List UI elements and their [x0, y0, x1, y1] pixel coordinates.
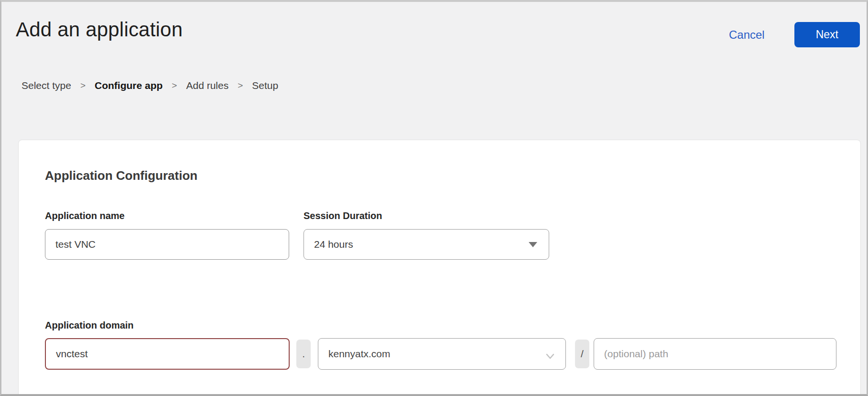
application-configuration-card: Application Configuration Application na… [18, 140, 861, 396]
application-name-field: Application name [45, 210, 289, 260]
step-separator: > [80, 80, 86, 91]
session-duration-select[interactable]: 24 hours [304, 229, 549, 260]
domain-select-value: kennyatx.com [328, 348, 391, 360]
session-duration-field: Session Duration 24 hours [304, 210, 549, 260]
application-domain-label: Application domain [45, 320, 836, 331]
step-add-rules[interactable]: Add rules [186, 80, 228, 91]
session-duration-label: Session Duration [304, 210, 549, 221]
domain-select[interactable]: kennyatx.com [318, 338, 566, 370]
step-select-type[interactable]: Select type [22, 80, 71, 91]
next-button[interactable]: Next [794, 22, 860, 47]
path-input[interactable] [594, 338, 836, 370]
name-session-row: Application name Session Duration 24 hou… [45, 210, 836, 260]
step-configure-app[interactable]: Configure app [95, 80, 163, 91]
breadcrumb: Select type > Configure app > Add rules … [22, 80, 867, 91]
header-actions: Cancel Next [729, 22, 860, 47]
step-setup[interactable]: Setup [252, 80, 278, 91]
application-name-label: Application name [45, 210, 289, 221]
application-domain-field: Application domain . kennyatx.com / [45, 320, 836, 370]
section-title: Application Configuration [45, 168, 836, 183]
cancel-button[interactable]: Cancel [729, 28, 765, 42]
add-application-page: Add an application Cancel Next Select ty… [0, 0, 868, 396]
slash-separator: / [575, 340, 589, 368]
chevron-down-icon [545, 351, 555, 362]
step-separator: > [172, 80, 177, 91]
step-separator: > [238, 80, 243, 91]
application-name-input[interactable] [45, 229, 289, 260]
session-duration-value: 24 hours [314, 239, 353, 250]
caret-down-icon [529, 242, 537, 247]
dot-separator: . [296, 340, 311, 368]
page-header: Add an application Cancel Next [1, 2, 867, 42]
application-domain-row: . kennyatx.com / [45, 338, 836, 370]
subdomain-input[interactable] [45, 338, 290, 370]
